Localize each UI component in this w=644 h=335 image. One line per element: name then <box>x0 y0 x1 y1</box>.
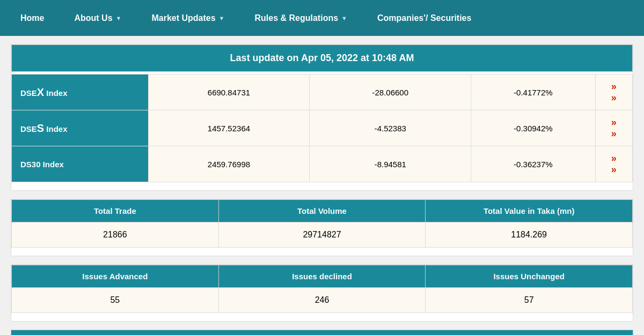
update-section: Last update on Apr 05, 2022 at 10:48 AM … <box>11 44 633 191</box>
trade-header-volume: Total Volume <box>218 200 426 222</box>
index-pct-dsex: -0.41772% <box>471 75 595 110</box>
down-arrow-icon-ds30: »» <box>611 153 617 175</box>
down-arrow-icon-dses: »» <box>611 117 617 139</box>
nav-rules-label: Rules & Regulations <box>255 13 339 23</box>
index-arrow-ds30: »» <box>595 146 632 182</box>
issues-value-advanced: 55 <box>12 288 219 313</box>
issues-values-row: 55 246 57 <box>12 288 633 313</box>
index-table: DSEX Index 6690.84731 -28.06600 -0.41772… <box>11 74 633 182</box>
nav-companies[interactable]: Companies'/ Securities <box>362 0 486 36</box>
trade-value-taka: 1184.269 <box>426 222 633 248</box>
issues-summary-table: Issues Advanced Issues declined Issues U… <box>11 265 633 313</box>
nav-home-label: Home <box>20 13 44 23</box>
index-big-letter-x: X <box>37 86 44 98</box>
issues-summary-section: Issues Advanced Issues declined Issues U… <box>11 264 633 322</box>
nav-home[interactable]: Home <box>5 0 59 36</box>
issues-header-advanced: Issues Advanced <box>12 265 219 288</box>
navigation: Home About Us ▼ Market Updates ▼ Rules &… <box>0 0 644 36</box>
trade-summary-section: Total Trade Total Volume Total Value in … <box>11 199 633 256</box>
table-row: DSES Index 1457.52364 -4.52383 -0.30942%… <box>12 110 633 146</box>
table-row: DSEX Index 6690.84731 -28.06600 -0.41772… <box>12 75 633 110</box>
issues-value-declined: 246 <box>218 288 426 313</box>
trade-value-volume: 29714827 <box>218 222 426 248</box>
trade-header-trade: Total Trade <box>12 200 219 222</box>
nav-about-us[interactable]: About Us ▼ <box>59 0 136 36</box>
table-row: DS30 Index 2459.76998 -8.94581 -0.36237%… <box>12 146 633 182</box>
main-content: Last update on Apr 05, 2022 at 10:48 AM … <box>0 36 644 335</box>
index-label-dsex: DSEX Index <box>12 75 149 110</box>
nav-market-updates-arrow: ▼ <box>219 15 225 21</box>
trade-headers-row: Total Trade Total Volume Total Value in … <box>12 200 633 222</box>
indices-section-header: Indices <box>11 330 633 335</box>
nav-market-updates-label: Market Updates <box>151 13 215 23</box>
trade-header-value: Total Value in Taka (mn) <box>426 200 633 222</box>
index-label-dses: DSES Index <box>12 110 149 146</box>
index-pct-dses: -0.30942% <box>471 110 595 146</box>
issues-value-unchanged: 57 <box>426 288 633 313</box>
update-header-text: Last update on Apr 05, 2022 at 10:48 AM <box>230 53 414 63</box>
trade-summary-table: Total Trade Total Volume Total Value in … <box>11 199 633 248</box>
index-change-dsex: -28.06600 <box>310 75 471 110</box>
index-big-letter-s: S <box>37 122 44 134</box>
nav-about-us-arrow: ▼ <box>116 15 122 21</box>
issues-header-declined: Issues declined <box>218 265 426 288</box>
index-change-ds30: -8.94581 <box>310 146 471 182</box>
trade-values-row: 21866 29714827 1184.269 <box>12 222 633 248</box>
nav-rules-arrow: ▼ <box>341 15 347 21</box>
nav-companies-label: Companies'/ Securities <box>377 13 471 23</box>
nav-about-us-label: About Us <box>74 13 112 23</box>
index-value-ds30: 2459.76998 <box>148 146 310 182</box>
index-value-dses: 1457.52364 <box>148 110 310 146</box>
index-arrow-dsex: »» <box>595 75 632 110</box>
index-value-dsex: 6690.84731 <box>148 75 310 110</box>
index-arrow-dses: »» <box>595 110 632 146</box>
trade-value-trade: 21866 <box>12 222 219 248</box>
issues-headers-row: Issues Advanced Issues declined Issues U… <box>12 265 633 288</box>
index-label-ds30: DS30 Index <box>12 146 149 182</box>
nav-market-updates[interactable]: Market Updates ▼ <box>136 0 239 36</box>
update-header: Last update on Apr 05, 2022 at 10:48 AM <box>11 44 633 72</box>
nav-rules-regulations[interactable]: Rules & Regulations ▼ <box>240 0 362 36</box>
down-arrow-icon-dsex: »» <box>611 81 617 103</box>
issues-header-unchanged: Issues Unchanged <box>426 265 633 288</box>
index-change-dses: -4.52383 <box>310 110 471 146</box>
index-pct-ds30: -0.36237% <box>471 146 595 182</box>
